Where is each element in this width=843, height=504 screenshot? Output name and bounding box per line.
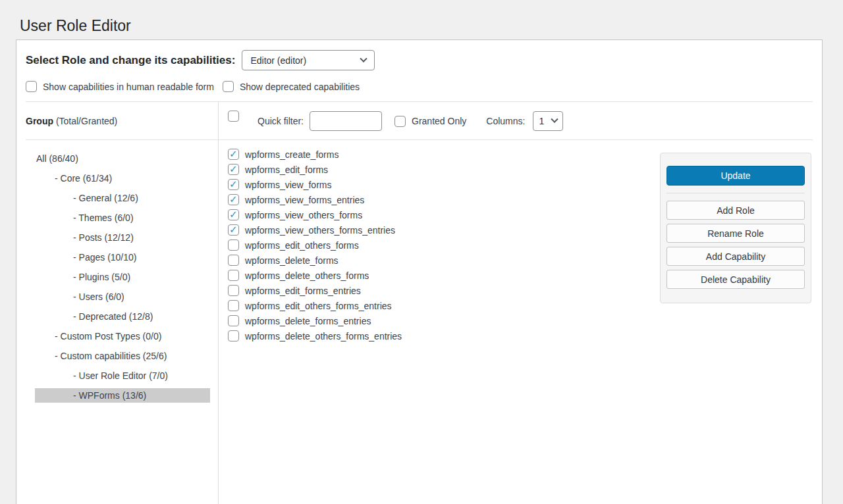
capability-row: wpforms_delete_forms <box>228 255 402 266</box>
add-capability-button[interactable]: Add Capability <box>666 247 805 266</box>
columns-select-value: 1 <box>539 116 548 126</box>
capability-label: wpforms_edit_forms <box>245 164 328 175</box>
capability-label: wpforms_view_forms <box>245 180 331 190</box>
main-area: Group (Total/Granted) All (86/40) - Core… <box>16 102 822 504</box>
granted-only-label: Granted Only <box>412 116 466 126</box>
rename-role-button[interactable]: Rename Role <box>666 224 805 243</box>
actions-panel: Update Add Role Rename Role Add Capabili… <box>660 153 811 303</box>
capability-label: wpforms_create_forms <box>245 149 339 160</box>
page-title: User Role Editor <box>0 0 843 36</box>
capability-checkbox[interactable] <box>228 179 239 190</box>
capability-label: wpforms_view_forms_entries <box>245 195 364 205</box>
capability-label: wpforms_view_others_forms <box>245 210 362 220</box>
show-deprecated-label: Show deprecated capabilities <box>240 82 360 92</box>
capability-row: wpforms_edit_others_forms <box>228 239 402 251</box>
capability-row: wpforms_edit_forms <box>228 164 402 175</box>
capability-row: wpforms_delete_others_forms <box>228 270 402 281</box>
quick-filter-label: Quick filter: <box>258 116 304 126</box>
role-select[interactable]: Editor (editor) <box>242 50 375 70</box>
capability-groups-tree: All (86/40) - Core (61/34) - General (12… <box>16 140 218 403</box>
columns-select[interactable]: 1 <box>533 111 563 131</box>
capabilities-list: wpforms_create_forms wpforms_edit_forms … <box>228 149 402 341</box>
group-tree-item[interactable]: - Themes (6/0) <box>35 211 210 225</box>
capability-label: wpforms_delete_others_forms_entries <box>245 331 402 341</box>
capability-label: wpforms_edit_others_forms <box>245 240 359 251</box>
groups-header-bold: Group <box>26 116 53 126</box>
capability-row: wpforms_edit_others_forms_entries <box>228 300 402 311</box>
capability-checkbox[interactable] <box>228 164 239 175</box>
role-select-row: Select Role and change its capabilities:… <box>26 50 813 70</box>
filter-bar: Quick filter: Granted Only Columns: 1 <box>219 102 822 140</box>
group-tree-item[interactable]: - Plugins (5/0) <box>35 270 210 284</box>
groups-header: Group (Total/Granted) <box>16 102 218 140</box>
quick-filter-input[interactable] <box>310 111 382 131</box>
role-section: Select Role and change its capabilities:… <box>26 40 813 102</box>
capability-checkbox[interactable] <box>228 285 239 296</box>
capability-label: wpforms_edit_forms_entries <box>245 286 361 296</box>
capability-checkbox[interactable] <box>228 330 239 341</box>
capabilities-column: Quick filter: Granted Only Columns: 1 <box>219 102 822 504</box>
capability-row: wpforms_view_others_forms <box>228 209 402 220</box>
secondary-actions: Add Role Rename Role Add Capability Dele… <box>666 201 805 289</box>
group-tree-item[interactable]: - Deprecated (12/8) <box>35 309 210 324</box>
capability-checkbox[interactable] <box>228 194 239 205</box>
groups-header-rest: (Total/Granted) <box>53 116 117 126</box>
show-human-readable-label: Show capabilities in human readable form <box>43 82 214 92</box>
role-select-value: Editor (editor) <box>250 55 361 66</box>
capability-checkbox[interactable] <box>228 209 239 220</box>
capability-row: wpforms_edit_forms_entries <box>228 285 402 296</box>
delete-capability-button[interactable]: Delete Capability <box>666 270 805 289</box>
group-tree-item[interactable]: - WPForms (13/6) <box>35 388 210 403</box>
group-tree-item[interactable]: - Posts (12/12) <box>35 230 210 245</box>
capability-checkbox[interactable] <box>228 255 239 266</box>
group-tree-item[interactable]: - Users (6/0) <box>35 290 210 304</box>
group-tree-item[interactable]: All (86/40) <box>35 151 210 166</box>
capability-checkbox[interactable] <box>228 224 239 236</box>
capability-checkbox[interactable] <box>228 315 239 326</box>
capability-label: wpforms_delete_forms_entries <box>245 316 371 326</box>
capability-label: wpforms_delete_others_forms <box>245 270 369 281</box>
capability-row: wpforms_view_others_forms_entries <box>228 224 402 236</box>
actions-divider <box>666 193 805 193</box>
update-button[interactable]: Update <box>666 166 805 186</box>
group-tree-item[interactable]: - Core (61/34) <box>35 171 210 186</box>
capability-row: wpforms_delete_others_forms_entries <box>228 330 402 341</box>
select-all-checkbox[interactable] <box>228 111 239 122</box>
select-role-label: Select Role and change its capabilities: <box>26 54 235 67</box>
capability-label: wpforms_edit_others_forms_entries <box>245 301 392 311</box>
capability-checkbox[interactable] <box>228 149 239 160</box>
capability-checkbox[interactable] <box>228 239 239 251</box>
capabilities-area: wpforms_create_forms wpforms_edit_forms … <box>219 140 822 504</box>
group-tree-item[interactable]: - Custom Post Types (0/0) <box>35 329 210 343</box>
capability-checkbox[interactable] <box>228 300 239 311</box>
capability-checkbox[interactable] <box>228 270 239 281</box>
capability-label: wpforms_view_others_forms_entries <box>245 225 395 236</box>
chevron-down-icon <box>551 116 558 123</box>
capability-label: wpforms_delete_forms <box>245 255 339 266</box>
capability-row: wpforms_create_forms <box>228 149 402 160</box>
user-role-editor-panel: Select Role and change its capabilities:… <box>16 39 823 504</box>
group-tree-item[interactable]: - User Role Editor (7/0) <box>35 368 210 383</box>
group-tree-item[interactable]: - Pages (10/10) <box>35 250 210 265</box>
groups-column: Group (Total/Granted) All (86/40) - Core… <box>16 102 219 504</box>
show-deprecated-checkbox[interactable] <box>223 81 234 92</box>
group-tree-item[interactable]: - General (12/6) <box>35 191 210 205</box>
add-role-button[interactable]: Add Role <box>666 201 805 220</box>
group-tree-item[interactable]: - Custom capabilities (25/6) <box>35 349 210 363</box>
capability-row: wpforms_view_forms_entries <box>228 194 402 205</box>
columns-label: Columns: <box>486 116 525 126</box>
capability-row: wpforms_delete_forms_entries <box>228 315 402 326</box>
show-human-readable-checkbox[interactable] <box>26 81 37 92</box>
capability-row: wpforms_view_forms <box>228 179 402 190</box>
display-toggles-row: Show capabilities in human readable form… <box>26 81 813 101</box>
chevron-down-icon <box>360 55 367 62</box>
granted-only-checkbox[interactable] <box>394 116 406 127</box>
